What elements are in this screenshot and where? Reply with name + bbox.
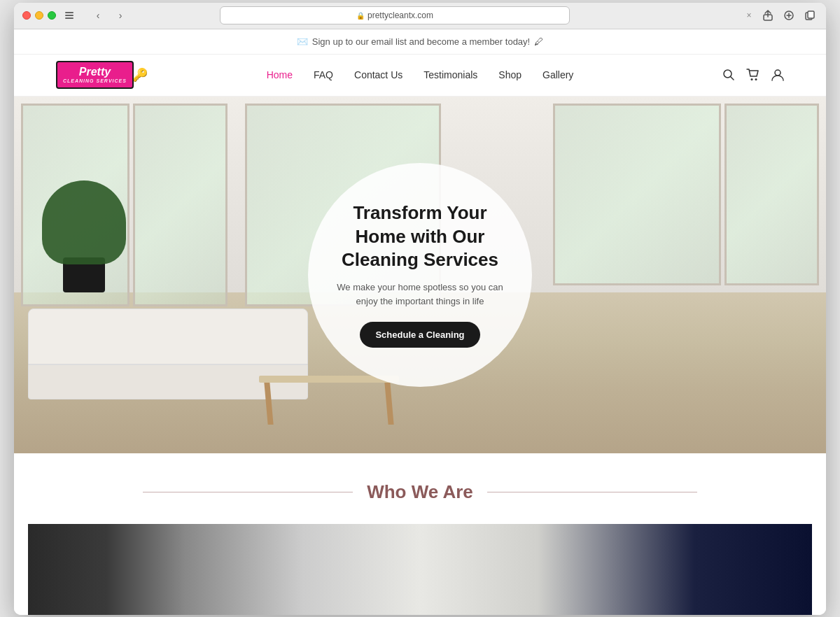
room-preview-image [28, 524, 812, 615]
schedule-cleaning-button[interactable]: Schedule a Cleaning [360, 322, 479, 348]
address-bar[interactable]: 🔒 prettycleantx.com [220, 6, 570, 24]
sidebar-toggle[interactable] [62, 8, 77, 23]
section-line-right [487, 492, 697, 492]
window-frame-5 [724, 104, 819, 285]
hero-content-circle: Transform Your Home with Our Cleaning Se… [308, 163, 532, 387]
logo-box: Pretty CLEANING SERVICES [56, 61, 134, 89]
minimize-button[interactable] [35, 11, 43, 20]
hero-section: Transform Your Home with Our Cleaning Se… [14, 97, 826, 453]
traffic-lights [22, 11, 56, 20]
hero-subtitle: We make your home spotless so you can en… [336, 281, 504, 308]
coffee-table [259, 376, 399, 425]
plant-decoration [42, 180, 126, 292]
window-frame-4 [553, 104, 721, 285]
svg-point-10 [775, 70, 780, 76]
nav-controls: ‹ › [88, 8, 130, 23]
section-title: Who We Are [367, 481, 473, 503]
logo-tag-icon: 🔑 [132, 67, 148, 83]
navbar: Pretty CLEANING SERVICES 🔑 Home FAQ Cont… [14, 55, 826, 97]
browser-window: ‹ › 🔒 prettycleantx.com × [14, 3, 826, 615]
close-button[interactable] [22, 11, 31, 20]
back-button[interactable]: ‹ [88, 8, 108, 23]
logo[interactable]: Pretty CLEANING SERVICES 🔑 [56, 61, 148, 89]
nav-link-contact[interactable]: Contact Us [354, 69, 402, 80]
svg-point-7 [724, 70, 732, 78]
forward-button[interactable]: › [111, 8, 130, 23]
svg-point-8 [751, 78, 753, 80]
search-button[interactable] [722, 69, 735, 81]
site-content: ✉️ Sign up to our email list and become … [14, 29, 826, 615]
table-legs [259, 383, 399, 425]
logo-sub-text: CLEANING SERVICES [63, 78, 127, 84]
sofa-back [28, 308, 308, 364]
banner-icon-left: ✉️ [297, 36, 308, 47]
url-text: prettycleantx.com [368, 10, 433, 20]
window-frame-2 [133, 104, 227, 306]
browser-actions: × [743, 8, 818, 23]
new-tab-icon[interactable] [781, 8, 797, 23]
nav-link-home[interactable]: Home [267, 69, 293, 80]
svg-rect-6 [808, 11, 814, 18]
nav-icons [722, 69, 784, 81]
table-leg-left [264, 383, 273, 425]
banner-text: Sign up to our email list and become a m… [312, 36, 530, 47]
browser-titlebar: ‹ › 🔒 prettycleantx.com × [14, 3, 826, 29]
svg-rect-1 [65, 15, 74, 16]
logo-main-text: Pretty [63, 65, 127, 78]
share-icon[interactable] [760, 8, 776, 23]
copy-icon[interactable] [802, 8, 818, 23]
nav-link-faq[interactable]: FAQ [314, 69, 333, 80]
nav-link-gallery[interactable]: Gallery [542, 69, 573, 80]
close-tab-button[interactable]: × [743, 10, 755, 21]
account-button[interactable] [771, 69, 784, 81]
nav-link-testimonials[interactable]: Testimonials [424, 69, 477, 80]
section-title-wrapper: Who We Are [28, 481, 812, 503]
svg-point-9 [755, 78, 757, 80]
banner-icon-right: 🖊 [534, 36, 543, 47]
nav-links: Home FAQ Contact Us Testimonials Shop Ga… [267, 69, 574, 80]
plant-leaves [42, 180, 126, 264]
section-line-left [143, 492, 353, 492]
top-banner: ✉️ Sign up to our email list and become … [14, 29, 826, 55]
lock-icon: 🔒 [356, 12, 365, 20]
nav-link-shop[interactable]: Shop [498, 69, 522, 80]
maximize-button[interactable] [48, 11, 56, 20]
cart-button[interactable] [746, 69, 760, 81]
hero-title: Transform Your Home with Our Cleaning Se… [336, 201, 504, 272]
svg-rect-0 [65, 12, 74, 13]
who-we-are-section: Who We Are [14, 453, 826, 615]
svg-rect-2 [65, 17, 74, 19]
table-leg-right [384, 383, 393, 425]
